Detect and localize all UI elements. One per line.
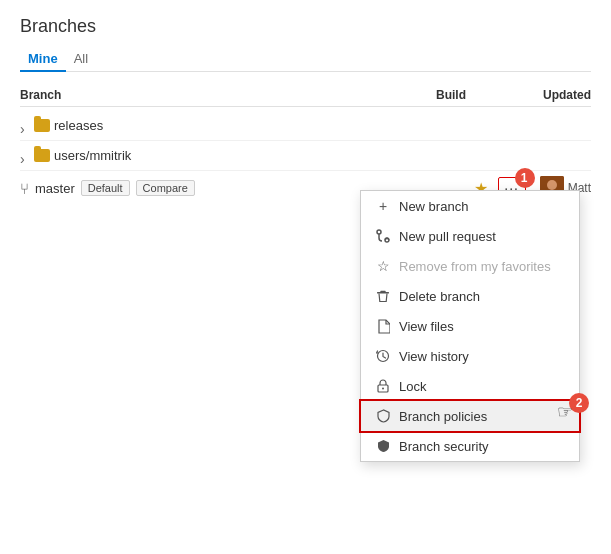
svg-point-3: [377, 230, 381, 234]
menu-item-branch-security[interactable]: Branch security: [361, 431, 579, 461]
branch-name: users/mmitrik: [54, 148, 131, 163]
menu-badge: 1: [515, 168, 535, 188]
menu-label: Branch policies: [399, 409, 565, 424]
branch-icon: ⑂: [20, 180, 29, 197]
menu-item-delete-branch[interactable]: Delete branch: [361, 281, 579, 311]
tabs-container: Mine All: [20, 47, 591, 72]
menu-item-lock[interactable]: Lock: [361, 371, 579, 401]
menu-label: New branch: [399, 199, 565, 214]
tab-mine[interactable]: Mine: [20, 47, 66, 72]
star-outline-icon: ☆: [375, 258, 391, 274]
svg-point-1: [547, 180, 557, 190]
svg-point-8: [382, 388, 384, 390]
table-row: users/mmitrik: [20, 141, 591, 171]
table-row: releases: [20, 111, 591, 141]
lock-icon: [375, 378, 391, 394]
compare-badge[interactable]: Compare: [136, 180, 195, 196]
context-menu: + New branch New pull request ☆ Remove f…: [360, 190, 580, 462]
menu-label: View files: [399, 319, 565, 334]
page-title: Branches: [20, 16, 591, 37]
menu-item-branch-policies[interactable]: Branch policies 2 ☞: [361, 401, 579, 431]
file-icon: [375, 318, 391, 334]
menu-label: Lock: [399, 379, 565, 394]
menu-item-remove-favorite[interactable]: ☆ Remove from my favorites: [361, 251, 579, 281]
menu-label: Remove from my favorites: [399, 259, 565, 274]
folder-icon: [34, 149, 50, 162]
branch-name-master: master: [35, 181, 75, 196]
tab-all[interactable]: All: [66, 47, 96, 72]
menu-item-new-pull-request[interactable]: New pull request: [361, 221, 579, 251]
plus-icon: +: [375, 198, 391, 214]
menu-label: Branch security: [399, 439, 565, 454]
branch-name: releases: [54, 118, 103, 133]
header-updated: Updated: [511, 88, 591, 102]
header-build: Build: [391, 88, 511, 102]
chevron-icon[interactable]: [20, 151, 30, 161]
header-branch: Branch: [20, 88, 391, 102]
menu-item-new-branch[interactable]: + New branch: [361, 191, 579, 221]
default-badge[interactable]: Default: [81, 180, 130, 196]
shield-solid-icon: [375, 438, 391, 454]
trash-icon: [375, 288, 391, 304]
shield-icon: [375, 408, 391, 424]
menu-item-view-files[interactable]: View files: [361, 311, 579, 341]
menu-label: View history: [399, 349, 565, 364]
cursor-icon: ☞: [557, 401, 573, 423]
table-header: Branch Build Updated: [20, 84, 591, 107]
chevron-icon[interactable]: [20, 121, 30, 131]
menu-label: Delete branch: [399, 289, 565, 304]
pull-request-icon: [375, 228, 391, 244]
menu-label: New pull request: [399, 229, 565, 244]
menu-item-view-history[interactable]: View history: [361, 341, 579, 371]
history-icon: [375, 348, 391, 364]
folder-icon: [34, 119, 50, 132]
